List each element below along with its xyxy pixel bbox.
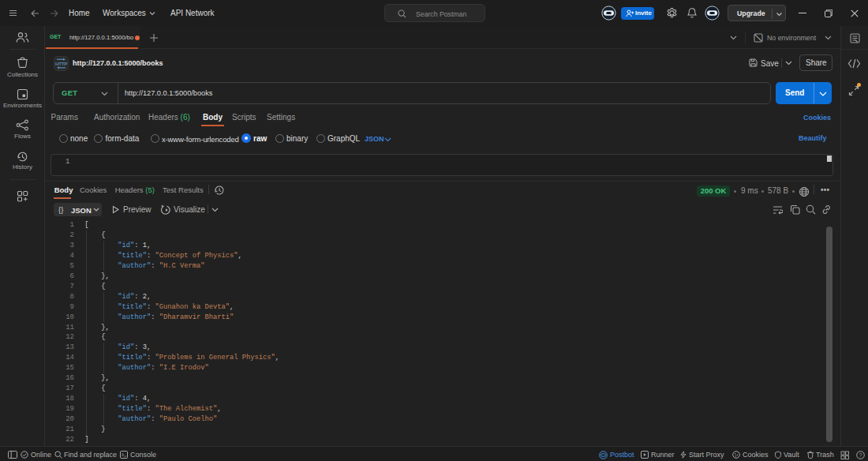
svg-text:?: ? [859,452,862,457]
svg-text:HTTP: HTTP [55,61,67,66]
